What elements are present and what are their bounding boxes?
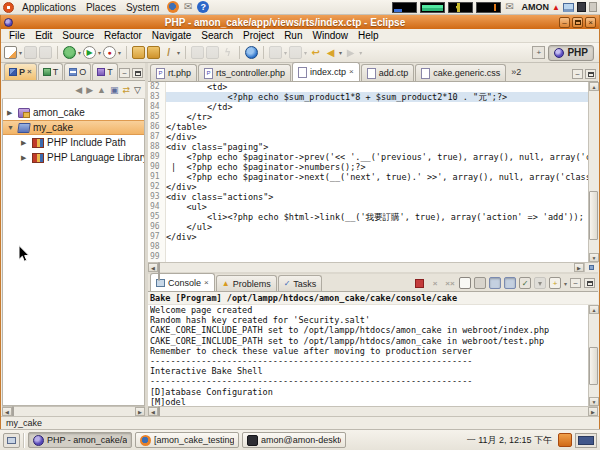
tab-close-icon[interactable]: × [204, 279, 209, 287]
menu-item[interactable]: Refactor [99, 30, 147, 41]
tab-tasks[interactable]: ✓ Tasks [278, 275, 323, 291]
console-minimize-icon[interactable]: – [570, 278, 581, 288]
tab-templates[interactable]: T [92, 63, 118, 80]
tree-item-php-include-path[interactable]: ▶ PHP Include Path [3, 135, 144, 150]
external-tools-dropdown[interactable]: ▾ [118, 49, 121, 56]
scroll-up-icon[interactable]: ▲ [589, 82, 599, 91]
expand-icon[interactable]: ▶ [7, 109, 15, 117]
search-icon[interactable]: / [162, 46, 175, 59]
scroll-down-icon[interactable]: ▼ [589, 397, 599, 406]
external-tools-icon[interactable]: ● [103, 46, 116, 59]
menu-item[interactable]: Navigate [147, 30, 196, 41]
editor-vscrollbar[interactable]: ▲ ▼ [588, 82, 598, 262]
firefox-launcher-icon[interactable] [167, 1, 179, 13]
taskbar-window-eclipse[interactable]: PHP - amon_cake/app... [28, 432, 132, 448]
debug-icon[interactable] [63, 46, 76, 59]
menu-item[interactable]: Run [279, 30, 307, 41]
window-titlebar[interactable]: PHP - amon_cake/app/views/rts/index.ctp … [1, 15, 599, 29]
menu-item[interactable]: Source [57, 30, 99, 41]
taskbar-window-firefox[interactable]: [amon_cake_testing ... [135, 432, 239, 448]
menu-item[interactable]: Window [307, 30, 353, 41]
link-editor-icon[interactable]: ⇄ [123, 85, 131, 95]
distro-logo-icon[interactable] [3, 2, 14, 13]
scroll-right-icon[interactable]: ▶ [588, 407, 598, 416]
tab-outline[interactable]: O [64, 63, 91, 80]
tree-item-my-cake[interactable]: ▼ my_cake [3, 120, 144, 135]
tab-overflow-badge[interactable]: »2 [507, 67, 525, 77]
scroll-right-icon[interactable]: ▶ [135, 407, 145, 416]
open-console-icon[interactable]: + [549, 277, 561, 289]
scroll-left-icon[interactable]: ◀ [148, 263, 158, 272]
scroll-down-icon[interactable]: ▼ [589, 253, 599, 262]
show-desktop-icon[interactable] [3, 433, 20, 448]
tab-rt-php[interactable]: P rt.php [150, 64, 197, 81]
console-hscrollbar[interactable]: ◀ ▶ [148, 406, 598, 416]
editor-minimize-icon[interactable]: – [572, 69, 583, 79]
expand-icon[interactable]: ▶ [21, 154, 29, 162]
editor-hscrollbar[interactable]: ◀ ▶ [148, 262, 584, 272]
maximize-button[interactable] [572, 17, 583, 28]
taskbar-window-terminal[interactable]: amon@amon-deskto... [242, 432, 346, 448]
tab-rts-controller-php[interactable]: P rts_controller.php [198, 64, 291, 81]
debug-dropdown[interactable]: ▾ [78, 49, 81, 56]
close-button[interactable]: × [585, 17, 596, 28]
menu-item[interactable]: File [4, 30, 30, 41]
help-launcher-icon[interactable]: ? [197, 1, 209, 13]
display-settings-icon[interactable] [563, 3, 574, 12]
show-stdout-icon[interactable] [489, 277, 501, 289]
tab-index-ctp[interactable]: index.ctp × [292, 62, 360, 81]
tab-close-icon[interactable]: × [27, 68, 32, 76]
console-maximize-icon[interactable] [584, 278, 595, 288]
expand-icon[interactable]: ▶ [21, 139, 29, 147]
show-stderr-icon[interactable] [504, 277, 516, 289]
system-monitor-applet-3[interactable] [448, 2, 473, 13]
code-lines[interactable]: 82 <td> 83 <?php echo $sum_product1*8 + … [148, 82, 588, 262]
open-perspective-icon[interactable]: + [532, 46, 545, 59]
system-monitor-applet-2[interactable] [420, 2, 445, 13]
menu-item[interactable]: Project [238, 30, 279, 41]
run-dropdown[interactable]: ▾ [98, 49, 101, 56]
mail-launcher-icon[interactable]: ✉ [182, 1, 194, 13]
view-minimize-icon[interactable]: – [119, 68, 130, 78]
open-type-icon[interactable] [147, 46, 160, 59]
menu-item[interactable]: Edit [30, 30, 57, 41]
clock[interactable]: 一 11月 2, 12:15 下午 [467, 434, 555, 447]
new-wizard-dropdown[interactable]: ▾ [19, 49, 22, 56]
last-edit-icon[interactable]: ↩ [309, 46, 322, 59]
panel-menu-item[interactable]: Applications [17, 2, 81, 13]
open-console-dropdown[interactable]: ▾ [564, 280, 567, 287]
system-monitor-applet-1[interactable] [392, 2, 417, 13]
panel-menu-item[interactable]: System [121, 2, 164, 13]
scroll-left-icon[interactable]: ◀ [148, 407, 158, 416]
user-menu[interactable]: AMON [519, 2, 550, 12]
new-wizard-icon[interactable] [4, 46, 17, 59]
explorer-hscrollbar[interactable]: ◀ ▶ [2, 406, 145, 416]
tree-item-amon-cake[interactable]: ▶ amon_cake [3, 105, 144, 120]
mail-notify-icon[interactable]: ✉ [504, 1, 516, 13]
console-vscrollbar[interactable]: ▲ ▼ [588, 305, 598, 406]
editor-maximize-icon[interactable] [585, 69, 596, 79]
view-maximize-icon[interactable] [132, 68, 143, 78]
scroll-left-icon[interactable]: ◀ [2, 407, 12, 416]
tab-cake-generic-css[interactable]: cake.generic.css [415, 64, 506, 81]
tree-item-php-language-library[interactable]: ▶ PHP Language Library [3, 150, 144, 165]
php-perspective-button[interactable]: PHP [548, 45, 594, 61]
system-monitor-applet-4[interactable] [476, 2, 501, 13]
code-editor[interactable]: 82 <td> 83 <?php echo $sum_product1*8 + … [148, 82, 598, 262]
scroll-lock-icon[interactable] [474, 277, 486, 289]
scroll-up-icon[interactable]: ▲ [589, 305, 599, 314]
trash-icon[interactable] [558, 433, 572, 447]
tab-type-hierarchy[interactable]: T [38, 63, 64, 80]
workspace-switcher[interactable] [575, 433, 597, 448]
search-dropdown[interactable]: ▾ [177, 49, 180, 56]
view-menu-icon[interactable]: ▽ [134, 85, 141, 95]
menu-item[interactable]: Help [353, 30, 384, 41]
tab-close-icon[interactable]: × [349, 68, 354, 76]
run-icon[interactable]: ▶ [83, 46, 96, 59]
panel-tray-icon[interactable] [577, 2, 586, 12]
collapse-all-icon[interactable]: ▣ [110, 85, 119, 95]
tab-php-explorer[interactable]: P × [4, 63, 37, 80]
open-resource-icon[interactable] [132, 46, 145, 59]
scroll-right-icon[interactable]: ▶ [574, 263, 584, 272]
project-tree[interactable]: ▶ amon_cake ▼ my_cake ▶ PHP Include Path [2, 99, 145, 406]
